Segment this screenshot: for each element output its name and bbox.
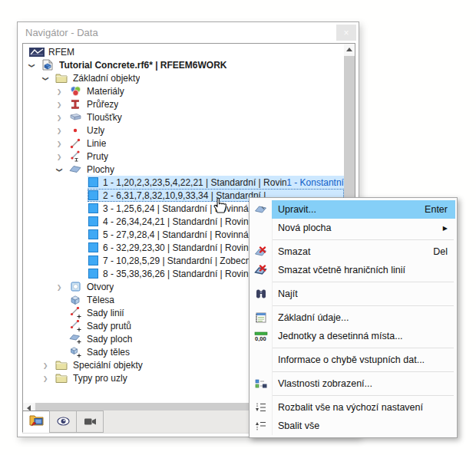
menu-separator xyxy=(273,395,454,396)
submenu-arrow-icon: ▶ xyxy=(443,225,448,232)
surface-color-icon xyxy=(88,190,98,200)
surface-row-body[interactable]: 1 - 1,20,2,3,23,5,4,22,21 | Standardní |… xyxy=(88,176,344,189)
chevron-right-icon[interactable] xyxy=(53,280,65,294)
menu-item-jednotky[interactable]: 0,00 Jednotky a desetinná místa... xyxy=(250,327,457,345)
menu-item-label: Upravit... xyxy=(278,204,415,215)
tree-item-label: Materiály xyxy=(87,86,124,97)
menu-shortcut: Enter xyxy=(425,204,448,215)
menu-item-smazat[interactable]: SmazatDel xyxy=(250,242,457,261)
menu-separator xyxy=(273,239,454,240)
menu-item-nova-plocha[interactable]: Nová plocha▶ xyxy=(250,219,457,237)
surface-color-icon xyxy=(88,242,98,252)
chevron-right-icon[interactable] xyxy=(53,137,65,150)
solid-icon xyxy=(68,295,82,305)
tree-item-label: Typy pro uzly xyxy=(73,373,127,384)
tree-item-linie[interactable]: Linie xyxy=(23,137,344,150)
tree-item-rfem[interactable]: RFEM xyxy=(23,45,344,58)
surface-color-icon xyxy=(88,177,98,187)
tree-item-prurezy[interactable]: Průřezy xyxy=(23,97,344,110)
menu-item-rozbalit[interactable]: Rozbalit vše na výchozí nastavení xyxy=(250,398,457,417)
member-set-icon xyxy=(68,320,82,331)
chevron-down-icon[interactable] xyxy=(25,58,38,72)
units-decimals-icon: 0,00 xyxy=(250,327,272,345)
menu-item-informace[interactable]: Informace o chybě vstupních dat... xyxy=(250,351,457,369)
chevron-right-icon[interactable] xyxy=(53,150,65,163)
menu-item-zakladni-udaje[interactable]: Základní údaje... xyxy=(250,308,457,327)
tree-item-tloustky[interactable]: Tloušťky xyxy=(23,110,344,124)
chevron-right-icon[interactable] xyxy=(53,84,65,98)
camera-icon xyxy=(84,415,97,429)
menu-item-smazat-vcetne[interactable]: Smazat včetně hraničních linií xyxy=(250,261,457,279)
close-icon[interactable]: × xyxy=(336,25,356,41)
tree-item-label: RFEM xyxy=(48,47,74,58)
menu-item-vlastnosti[interactable]: Vlastnosti zobrazení... xyxy=(250,374,457,393)
screenshot-stage: Navigátor - Data × RFEM Tutorial Concret… xyxy=(0,0,476,455)
surface-icon xyxy=(68,165,82,173)
tree-item-label: Tutorial Concrete.rf6* | RFEEM6WORK xyxy=(59,60,227,71)
collapse-all-icon xyxy=(250,417,272,435)
tree-item-label: Sady linií xyxy=(87,308,124,318)
surface-color-icon xyxy=(88,203,98,213)
tab-camera-navigator[interactable] xyxy=(76,410,104,433)
menu-item-label: Smazat včetně hraničních linií xyxy=(278,265,448,275)
folder-icon xyxy=(55,360,68,370)
base-data-icon xyxy=(250,308,272,327)
tree-item-label: Linie xyxy=(87,138,106,149)
chevron-right-icon[interactable] xyxy=(39,358,51,372)
menu-item-label: Nová plocha xyxy=(278,223,434,233)
member-icon xyxy=(68,150,82,162)
chevron-down-icon[interactable] xyxy=(39,71,51,85)
menu-icon-empty xyxy=(250,219,272,237)
chevron-right-icon[interactable] xyxy=(39,371,51,385)
tab-views-navigator[interactable] xyxy=(49,410,77,433)
surface-label: 1 - 1,20,2,3,23,5,4,22,21 | Standardní |… xyxy=(103,177,286,188)
chevron-right-icon[interactable] xyxy=(53,124,65,137)
menu-item-label: Rozbalit vše na výchozí nastavení xyxy=(278,402,448,413)
menu-item-label: Sbalit vše xyxy=(278,420,448,431)
tree-item-label: Uzly xyxy=(87,125,104,136)
tree-item-surface-1[interactable]: 1 - 1,20,2,3,23,5,4,22,21 | Standardní |… xyxy=(23,176,344,189)
menu-item-label: Jednotky a desetinná místa... xyxy=(278,331,448,341)
tree-item-label: Speciální objekty xyxy=(73,360,143,371)
delete-surface-lines-icon xyxy=(250,261,272,279)
edit-surface-icon xyxy=(250,200,272,219)
tab-data-navigator[interactable] xyxy=(22,410,50,433)
tree-item-label: Tělesa xyxy=(87,295,114,305)
surface-label: 8 - 35,38,36,26 | Standardní | Rovinná xyxy=(103,269,259,279)
thickness-icon xyxy=(68,113,82,121)
line-icon xyxy=(68,138,82,149)
tree-item-uzly[interactable]: Uzly xyxy=(23,124,344,137)
line-set-icon xyxy=(68,307,82,318)
tree-item-label: Základní objekty xyxy=(73,73,140,84)
tree-item-plochy[interactable]: Plochy xyxy=(23,163,344,176)
tree-item-label: Sady těles xyxy=(87,347,130,358)
menu-item-upravit[interactable]: Upravit...Enter xyxy=(250,200,457,219)
menu-item-sbalit[interactable]: Sbalit vše xyxy=(250,417,457,435)
chevron-right-icon[interactable] xyxy=(53,110,65,124)
data-navigator-icon xyxy=(29,414,44,430)
surface-label: 6 - 32,29,23,30 | Standardní | Rovinná xyxy=(103,242,259,253)
tree-item-label: Sady prutů xyxy=(87,321,131,331)
tree-item-model[interactable]: Tutorial Concrete.rf6* | RFEEM6WORK xyxy=(23,58,344,71)
chevron-right-icon[interactable] xyxy=(53,97,65,111)
delete-surface-icon xyxy=(250,242,272,261)
surface-color-icon xyxy=(88,216,98,226)
materials-icon xyxy=(68,86,82,97)
expand-all-icon xyxy=(250,398,272,417)
menu-icon-empty xyxy=(250,351,272,369)
display-properties-icon xyxy=(250,374,272,393)
surface-label: 7 - 10,28,5,29 | Standardní | Zobecněný xyxy=(103,256,266,266)
opening-icon xyxy=(68,282,82,292)
surface-color-icon xyxy=(88,256,98,265)
tree-item-materialy[interactable]: Materiály xyxy=(23,84,344,97)
context-menu: Upravit...Enter Nová plocha▶ SmazatDel S… xyxy=(249,197,458,438)
tree-item-zakladni-objekty[interactable]: Základní objekty xyxy=(23,71,344,84)
menu-item-najit[interactable]: Najít xyxy=(250,285,457,303)
surface-thickness-label: 1 - Konstantní | xyxy=(286,177,344,188)
scroll-up-icon[interactable] xyxy=(344,44,355,55)
tree-item-label: Tloušťky xyxy=(87,112,122,123)
surface-label: 3 - 1,25,6,24 | Standardní | Rovinná | 1 xyxy=(103,203,261,214)
chevron-down-icon[interactable] xyxy=(53,163,65,176)
menu-separator xyxy=(273,371,454,372)
tree-item-pruty[interactable]: Pruty xyxy=(23,150,344,163)
